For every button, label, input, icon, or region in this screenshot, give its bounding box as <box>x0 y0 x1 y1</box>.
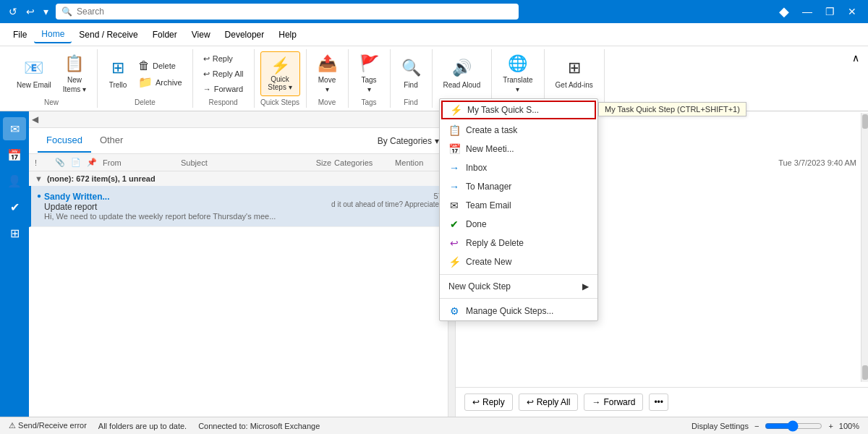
ribbon-find-buttons: 🔍 Find <box>396 49 426 98</box>
manage-quick-steps-item[interactable]: ⚙ Manage Quick Steps... <box>440 302 597 320</box>
sidebar-item-calendar[interactable]: 📅 <box>3 143 26 166</box>
pane-collapse[interactable]: ◀ <box>29 111 455 128</box>
reply-delete-item[interactable]: ↩ Reply & Delete <box>440 234 597 252</box>
menu-file[interactable]: File <box>6 27 34 43</box>
menu-folder[interactable]: Folder <box>145 27 184 43</box>
email-item-content: Sandy Written... Update report Hi, We ne… <box>44 192 331 221</box>
ribbon-tags-buttons: 🚩 Tags ▾ <box>354 49 384 98</box>
zoom-out-icon[interactable]: − <box>754 422 759 430</box>
left-sidebar: ✉ 📅 👤 ✔ ⊞ <box>0 111 29 417</box>
create-task-item[interactable]: 📋 Create a task <box>440 121 597 140</box>
email-sort-button[interactable]: By Categories ▾ ↑ <box>378 136 446 146</box>
translate-button[interactable]: 🌐 Translate ▾ <box>498 51 537 96</box>
col-categories-label[interactable]: Categories <box>334 158 392 167</box>
delete-button[interactable]: 🗑 Delete <box>134 58 187 74</box>
quickstep-tooltip: My Task Quick Step (CTRL+SHIFT+1) <box>598 102 746 116</box>
ribbon-collapse-button[interactable]: ∧ <box>849 49 862 108</box>
read-aloud-icon: 🔊 <box>452 58 472 79</box>
sidebar-item-tasks[interactable]: ✔ <box>3 195 26 218</box>
email-preview2: d it out ahead of time? Appreciate it - <box>331 200 449 208</box>
email-item[interactable]: ● Sandy Written... Update report Hi, We … <box>29 186 455 227</box>
trello-button[interactable]: ⊞ Trello <box>103 51 132 96</box>
ribbon-group-move: 📤 Move ▾ Move <box>307 49 349 108</box>
to-manager-icon: → <box>448 181 460 192</box>
dropdown-divider <box>440 274 597 275</box>
forward-bar-icon: → <box>592 397 600 407</box>
search-input[interactable] <box>77 7 513 17</box>
zoom-in-icon[interactable]: + <box>828 422 833 430</box>
col-from-label[interactable]: From <box>103 158 175 167</box>
menu-help[interactable]: Help <box>271 27 304 43</box>
menu-developer[interactable]: Developer <box>218 27 272 43</box>
email-sender: Sandy Written... <box>44 192 331 202</box>
title-bar-controls: ↺ ↩ ▾ <box>6 4 51 19</box>
col-flag-label: ! <box>35 158 49 167</box>
sidebar-item-contacts[interactable]: 👤 <box>3 169 26 192</box>
sidebar-item-mail[interactable]: ✉ <box>3 117 26 140</box>
create-new-item[interactable]: ⚡ Create New <box>440 252 597 271</box>
col-size-label[interactable]: Size <box>295 158 331 167</box>
new-meeting-item[interactable]: 📅 New Meeti... <box>440 140 597 158</box>
archive-button[interactable]: 📁 Archive <box>134 75 187 90</box>
to-manager-item[interactable]: → To Manager <box>440 177 597 196</box>
forward-icon: → <box>203 85 211 93</box>
reading-pane-scrollbar[interactable] <box>861 113 868 382</box>
ribbon-addins-buttons: ⊞ Get Add-ins <box>550 49 598 98</box>
read-aloud-button[interactable]: 🔊 Read Aloud <box>438 51 486 96</box>
create-task-icon: 📋 <box>448 124 460 136</box>
menu-home[interactable]: Home <box>34 26 72 43</box>
dropdown-divider-2 <box>440 298 597 299</box>
more-options-button[interactable]: ••• <box>649 393 668 411</box>
quickstep-icon: ⚡ <box>450 104 461 116</box>
forward-button[interactable]: → Forward <box>199 82 248 96</box>
new-quick-step-item[interactable]: New Quick Step ▶ <box>440 278 597 295</box>
new-email-button[interactable]: 📧 New Email <box>12 51 56 96</box>
ribbon-group-delete: ⊞ Trello 🗑 Delete 📁 Archive Delete <box>98 49 193 108</box>
ribbon-delete-label: Delete <box>135 98 156 108</box>
restore-button[interactable]: ❐ <box>820 0 841 23</box>
close-button[interactable]: ✕ <box>842 0 862 23</box>
folders-status: All folders are up to date. <box>98 422 187 430</box>
create-new-icon: ⚡ <box>448 256 460 268</box>
email-list-empty <box>29 227 448 417</box>
display-settings-button[interactable]: Display Settings <box>692 422 749 430</box>
new-items-icon: 📋 <box>64 54 84 75</box>
reply-all-icon: ↩ <box>203 69 210 79</box>
sidebar-item-apps[interactable]: ⊞ <box>3 221 26 244</box>
my-task-quickstep-item[interactable]: ⚡ My Task Quick S... My Task Quick Step … <box>441 101 596 119</box>
done-item[interactable]: ✔ Done <box>440 215 597 234</box>
zoom-slider[interactable] <box>765 420 822 432</box>
inbox-item[interactable]: → Inbox <box>440 158 597 177</box>
dropdown-icon[interactable]: ▾ <box>41 4 51 19</box>
get-addins-button[interactable]: ⊞ Get Add-ins <box>550 51 598 96</box>
reply-button-bar[interactable]: ↩ Reply <box>464 393 513 411</box>
refresh-icon[interactable]: ↺ <box>6 4 20 19</box>
reply-all-button[interactable]: ↩ Reply All <box>199 67 248 81</box>
ribbon-group-new: 📧 New Email 📋 NewItems ▾ New <box>6 49 98 108</box>
ribbon-new-buttons: 📧 New Email 📋 NewItems ▾ <box>12 49 91 98</box>
minimize-button[interactable]: — <box>796 0 818 23</box>
tab-focused[interactable]: Focused <box>38 129 91 153</box>
menu-send-receive[interactable]: Send / Receive <box>72 27 145 43</box>
team-email-item[interactable]: ✉ Team Email <box>440 196 597 215</box>
find-button[interactable]: 🔍 Find <box>396 51 426 96</box>
translate-icon: 🌐 <box>508 54 527 75</box>
undo-icon[interactable]: ↩ <box>23 4 38 19</box>
new-items-button[interactable]: 📋 NewItems ▾ <box>58 51 91 96</box>
status-bar: ⚠ Send/Receive error All folders are up … <box>0 417 868 434</box>
col-mention-label[interactable]: Mention <box>395 158 438 167</box>
send-receive-error: ⚠ Send/Receive error <box>9 421 87 430</box>
email-group-header[interactable]: ▼ (none): 672 item(s), 1 unread <box>29 171 455 186</box>
search-bar[interactable]: 🔍 <box>56 4 519 20</box>
col-subject-label[interactable]: Subject <box>181 158 289 167</box>
menu-view[interactable]: View <box>184 27 218 43</box>
ribbon-group-respond: ↩ Reply ↩ Reply All → Forward Respond <box>193 49 255 108</box>
reply-all-button-bar[interactable]: ↩ Reply All <box>519 393 579 411</box>
new-email-icon: 📧 <box>24 58 43 79</box>
quick-steps-button[interactable]: ⚡ QuickSteps ▾ <box>260 51 300 96</box>
reply-button[interactable]: ↩ Reply <box>199 51 248 66</box>
tab-other[interactable]: Other <box>91 129 132 153</box>
forward-button-bar[interactable]: → Forward <box>584 393 643 411</box>
move-button[interactable]: 📤 Move ▾ <box>312 51 342 96</box>
tags-button[interactable]: 🚩 Tags ▾ <box>354 51 384 96</box>
